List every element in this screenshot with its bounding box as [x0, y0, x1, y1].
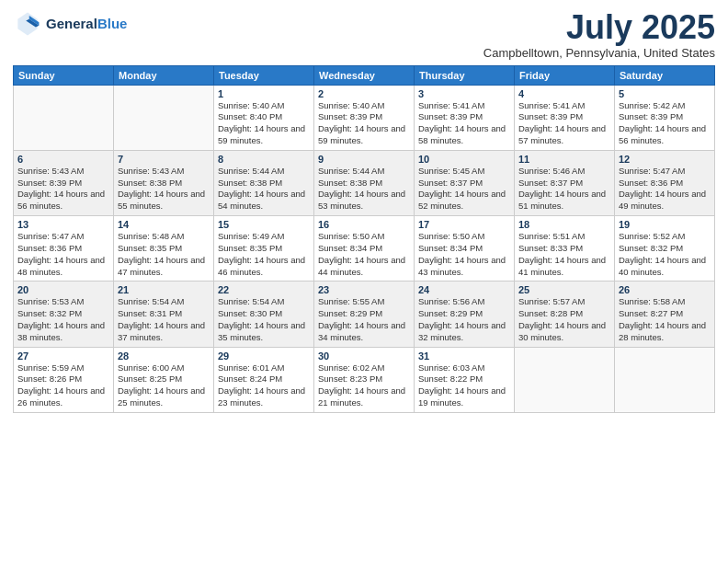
calendar-week-3: 13Sunrise: 5:47 AMSunset: 8:36 PMDayligh… — [14, 216, 715, 282]
calendar-table: Sunday Monday Tuesday Wednesday Thursday… — [13, 65, 715, 413]
calendar-cell: 27Sunrise: 5:59 AMSunset: 8:26 PMDayligh… — [14, 347, 114, 412]
day-info: Sunrise: 5:47 AMSunset: 8:36 PMDaylight:… — [619, 166, 711, 213]
day-number: 24 — [418, 284, 510, 295]
day-number: 9 — [318, 154, 410, 165]
calendar-week-5: 27Sunrise: 5:59 AMSunset: 8:26 PMDayligh… — [14, 347, 715, 412]
calendar-cell: 28Sunrise: 6:00 AMSunset: 8:25 PMDayligh… — [114, 347, 214, 412]
calendar-cell: 23Sunrise: 5:55 AMSunset: 8:29 PMDayligh… — [314, 282, 415, 347]
day-number: 15 — [218, 219, 310, 230]
calendar-cell: 14Sunrise: 5:48 AMSunset: 8:35 PMDayligh… — [114, 216, 214, 282]
col-sunday: Sunday — [14, 65, 114, 85]
calendar-cell: 12Sunrise: 5:47 AMSunset: 8:36 PMDayligh… — [615, 150, 715, 215]
day-number: 17 — [418, 219, 510, 230]
logo-text-block: GeneralBlue — [46, 17, 127, 32]
day-number: 4 — [518, 88, 610, 99]
day-number: 3 — [418, 88, 510, 99]
calendar-cell: 11Sunrise: 5:46 AMSunset: 8:37 PMDayligh… — [515, 150, 615, 215]
calendar-cell: 3Sunrise: 5:41 AMSunset: 8:39 PMDaylight… — [415, 85, 515, 150]
header: GeneralBlue July 2025 Campbelltown, Penn… — [13, 9, 715, 60]
calendar-cell: 18Sunrise: 5:51 AMSunset: 8:33 PMDayligh… — [515, 216, 615, 282]
day-number: 1 — [218, 88, 310, 99]
day-number: 5 — [619, 88, 711, 99]
day-info: Sunrise: 5:59 AMSunset: 8:26 PMDaylight:… — [17, 362, 109, 409]
calendar-week-4: 20Sunrise: 5:53 AMSunset: 8:32 PMDayligh… — [14, 282, 715, 347]
day-info: Sunrise: 5:52 AMSunset: 8:32 PMDaylight:… — [619, 231, 711, 278]
calendar-cell: 24Sunrise: 5:56 AMSunset: 8:29 PMDayligh… — [415, 282, 515, 347]
day-number: 12 — [619, 154, 711, 165]
day-info: Sunrise: 5:50 AMSunset: 8:34 PMDaylight:… — [318, 231, 410, 278]
day-number: 18 — [518, 219, 610, 230]
day-info: Sunrise: 5:44 AMSunset: 8:38 PMDaylight:… — [318, 166, 410, 213]
day-number: 30 — [318, 350, 410, 362]
day-info: Sunrise: 5:48 AMSunset: 8:35 PMDaylight:… — [118, 231, 210, 278]
day-info: Sunrise: 5:40 AMSunset: 8:40 PMDaylight:… — [218, 100, 310, 147]
day-number: 26 — [619, 284, 711, 295]
calendar-cell: 5Sunrise: 5:42 AMSunset: 8:39 PMDaylight… — [615, 85, 715, 150]
day-number: 28 — [118, 350, 210, 362]
day-info: Sunrise: 5:53 AMSunset: 8:32 PMDaylight:… — [17, 296, 109, 343]
day-info: Sunrise: 5:43 AMSunset: 8:38 PMDaylight:… — [118, 166, 210, 213]
day-info: Sunrise: 5:54 AMSunset: 8:31 PMDaylight:… — [118, 296, 210, 343]
day-info: Sunrise: 5:44 AMSunset: 8:38 PMDaylight:… — [218, 166, 310, 213]
day-number: 10 — [418, 154, 510, 165]
day-number: 23 — [318, 284, 410, 295]
calendar-cell: 9Sunrise: 5:44 AMSunset: 8:38 PMDaylight… — [314, 150, 415, 215]
logo: GeneralBlue — [13, 9, 127, 39]
day-info: Sunrise: 5:57 AMSunset: 8:28 PMDaylight:… — [518, 296, 610, 343]
calendar-cell: 20Sunrise: 5:53 AMSunset: 8:32 PMDayligh… — [14, 282, 114, 347]
calendar-cell — [515, 347, 615, 412]
col-friday: Friday — [515, 65, 615, 85]
col-tuesday: Tuesday — [214, 65, 314, 85]
day-number: 8 — [218, 154, 310, 165]
col-monday: Monday — [114, 65, 214, 85]
calendar-cell: 6Sunrise: 5:43 AMSunset: 8:39 PMDaylight… — [14, 150, 114, 215]
location: Campbelltown, Pennsylvania, United State… — [483, 46, 715, 60]
day-info: Sunrise: 5:47 AMSunset: 8:36 PMDaylight:… — [17, 231, 109, 278]
day-info: Sunrise: 6:02 AMSunset: 8:23 PMDaylight:… — [318, 362, 410, 409]
day-info: Sunrise: 6:03 AMSunset: 8:22 PMDaylight:… — [418, 362, 510, 409]
month-title: July 2025 — [483, 9, 715, 46]
day-number: 25 — [518, 284, 610, 295]
day-number: 7 — [118, 154, 210, 165]
day-info: Sunrise: 5:45 AMSunset: 8:37 PMDaylight:… — [418, 166, 510, 213]
day-info: Sunrise: 5:46 AMSunset: 8:37 PMDaylight:… — [518, 166, 610, 213]
day-number: 27 — [17, 350, 109, 362]
calendar-cell: 31Sunrise: 6:03 AMSunset: 8:22 PMDayligh… — [415, 347, 515, 412]
day-info: Sunrise: 5:42 AMSunset: 8:39 PMDaylight:… — [619, 100, 711, 147]
calendar-cell: 16Sunrise: 5:50 AMSunset: 8:34 PMDayligh… — [314, 216, 415, 282]
day-info: Sunrise: 5:58 AMSunset: 8:27 PMDaylight:… — [619, 296, 711, 343]
day-number: 13 — [17, 219, 109, 230]
day-info: Sunrise: 5:55 AMSunset: 8:29 PMDaylight:… — [318, 296, 410, 343]
day-info: Sunrise: 5:41 AMSunset: 8:39 PMDaylight:… — [418, 100, 510, 147]
calendar-cell: 15Sunrise: 5:49 AMSunset: 8:35 PMDayligh… — [214, 216, 314, 282]
calendar-cell: 2Sunrise: 5:40 AMSunset: 8:39 PMDaylight… — [314, 85, 415, 150]
day-info: Sunrise: 5:41 AMSunset: 8:39 PMDaylight:… — [518, 100, 610, 147]
day-number: 16 — [318, 219, 410, 230]
logo-icon — [13, 9, 42, 39]
day-info: Sunrise: 6:01 AMSunset: 8:24 PMDaylight:… — [218, 362, 310, 409]
day-info: Sunrise: 5:50 AMSunset: 8:34 PMDaylight:… — [418, 231, 510, 278]
calendar-cell: 30Sunrise: 6:02 AMSunset: 8:23 PMDayligh… — [314, 347, 415, 412]
calendar-cell — [615, 347, 715, 412]
calendar-cell: 17Sunrise: 5:50 AMSunset: 8:34 PMDayligh… — [415, 216, 515, 282]
page: GeneralBlue July 2025 Campbelltown, Penn… — [0, 0, 728, 563]
day-info: Sunrise: 5:49 AMSunset: 8:35 PMDaylight:… — [218, 231, 310, 278]
col-thursday: Thursday — [415, 65, 515, 85]
col-wednesday: Wednesday — [314, 65, 415, 85]
calendar-week-2: 6Sunrise: 5:43 AMSunset: 8:39 PMDaylight… — [14, 150, 715, 215]
calendar-cell: 7Sunrise: 5:43 AMSunset: 8:38 PMDaylight… — [114, 150, 214, 215]
day-number: 6 — [17, 154, 109, 165]
day-info: Sunrise: 5:56 AMSunset: 8:29 PMDaylight:… — [418, 296, 510, 343]
calendar-cell: 26Sunrise: 5:58 AMSunset: 8:27 PMDayligh… — [615, 282, 715, 347]
calendar-header-row: Sunday Monday Tuesday Wednesday Thursday… — [14, 65, 715, 85]
calendar-cell: 25Sunrise: 5:57 AMSunset: 8:28 PMDayligh… — [515, 282, 615, 347]
calendar-cell: 10Sunrise: 5:45 AMSunset: 8:37 PMDayligh… — [415, 150, 515, 215]
day-info: Sunrise: 6:00 AMSunset: 8:25 PMDaylight:… — [118, 362, 210, 409]
calendar-cell: 19Sunrise: 5:52 AMSunset: 8:32 PMDayligh… — [615, 216, 715, 282]
calendar-cell — [114, 85, 214, 150]
calendar-cell: 22Sunrise: 5:54 AMSunset: 8:30 PMDayligh… — [214, 282, 314, 347]
calendar-cell — [14, 85, 114, 150]
day-number: 11 — [518, 154, 610, 165]
calendar-cell: 8Sunrise: 5:44 AMSunset: 8:38 PMDaylight… — [214, 150, 314, 215]
day-info: Sunrise: 5:43 AMSunset: 8:39 PMDaylight:… — [17, 166, 109, 213]
